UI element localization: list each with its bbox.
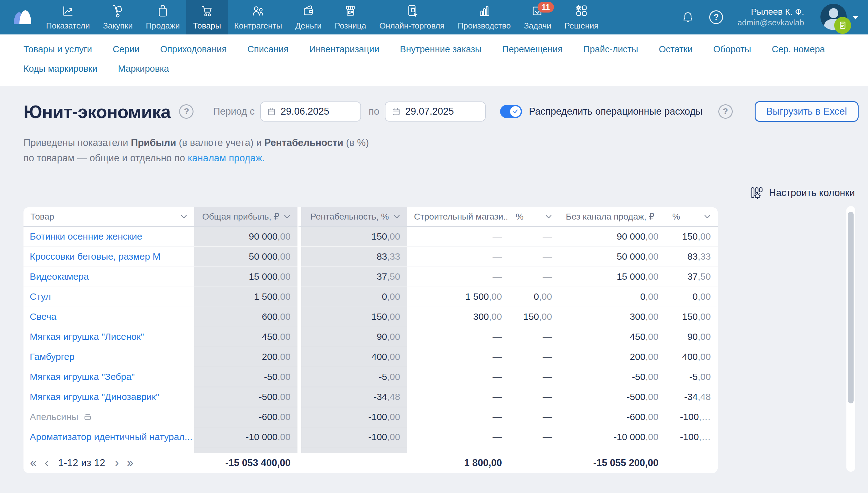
toggle-help-icon[interactable]: ? [718,104,733,119]
nav-production[interactable]: Производство [451,0,518,35]
first-page-button[interactable]: « [27,456,40,470]
column-header[interactable]: Рентабельность, % [297,207,407,227]
subnav-link[interactable]: Остатки [659,44,693,55]
subnav-link[interactable]: Инвентаризации [309,44,379,55]
nav-counterparties[interactable]: Контрагенты [228,0,289,35]
nav-sales[interactable]: Продажи [139,0,186,35]
product-cell: Кроссовки беговые, размер М [23,247,194,267]
table-row: Гамбургер200,00400,00——200,00400,00 [23,347,718,367]
unit-economics-table-wrap: ТоварОбщая прибыль, ₽Рентабельность, %Ст… [23,207,859,473]
cell-value: — [509,407,559,427]
cell-value: — [509,387,559,407]
period-to-input[interactable]: 29.07.2025 [385,102,486,122]
column-header[interactable]: Строительный магази... [407,207,509,227]
vertical-scrollbar-thumb[interactable] [848,212,853,403]
cell-value: — [407,427,509,447]
nav-solutions[interactable]: Решения [558,0,605,35]
subnav-link[interactable]: Товары и услуги [23,44,92,55]
column-header[interactable]: Товар [23,207,194,227]
notifications-bell-icon[interactable] [681,10,695,25]
sort-chevron-icon [704,215,711,219]
product-link[interactable]: Мягкая игрушка "Зебра" [30,371,135,382]
product-link[interactable]: Гамбургер [30,351,74,362]
column-header[interactable]: Без канала продаж, ₽ [559,207,665,227]
nav-goods[interactable]: Товары [186,0,227,35]
cell-value: -10 000,00 [559,427,665,447]
export-excel-button[interactable]: Выгрузить в Excel [755,101,859,122]
title-help-icon[interactable]: ? [179,104,194,119]
column-total: -15 055 200,00 [559,457,665,469]
cell-value: -5,00 [297,367,407,387]
table-row: Свеча600,00150,00300,00150,00300,00150,0… [23,307,718,327]
column-header[interactable]: % [509,207,559,227]
table-body: Ботинки осенние женские90 000,00150,00——… [23,227,718,447]
column-header[interactable]: % [665,207,718,227]
product-link[interactable]: Стул [30,291,51,302]
last-page-button[interactable]: » [124,456,136,470]
factory-icon [477,4,491,18]
configure-columns-icon [750,186,763,200]
cell-value: 0,00 [297,287,407,307]
product-link[interactable]: Кроссовки беговые, размер М [30,251,160,262]
cell-value: 150,00 [665,227,718,247]
cell-value: 0,00 [509,287,559,307]
subnav-link[interactable]: Оприходования [160,44,227,55]
product-cell: Мягкая игрушка "Динозаврик" [23,387,194,407]
column-header[interactable]: Общая прибыль, ₽ [194,207,297,227]
cell-value: 0,00 [559,287,665,307]
user-name: Рылеев К. Ф. [737,6,804,18]
subnav-link[interactable]: Сер. номера [772,44,825,55]
cell-value: — [407,387,509,407]
cell-value: 150,00 [665,307,718,327]
subnav-link[interactable]: Серии [113,44,140,55]
table-header-row: ТоварОбщая прибыль, ₽Рентабельность, %Ст… [23,207,718,227]
product-name-archived: Апельсины [30,411,92,422]
product-link[interactable]: Свеча [30,311,57,322]
cell-value: -600,00 [559,407,665,427]
cell-value: -500,00 [559,387,665,407]
nav-online-trade[interactable]: Онлайн-торговля [373,0,451,35]
cell-value: — [407,347,509,367]
product-cell: Мягкая игрушка "Лисенок" [23,327,194,347]
subnav-link[interactable]: Обороты [713,44,751,55]
subnav-link[interactable]: Списания [247,44,288,55]
avatar[interactable] [820,4,847,31]
product-link[interactable]: Мягкая игрушка "Лисенок" [30,331,144,342]
subnav-link[interactable]: Внутренние заказы [400,44,482,55]
nav-tasks[interactable]: 11 Задачи [517,0,558,35]
cell-value: — [407,267,509,287]
product-cell: Видеокамера [23,267,194,287]
cell-value: -34,48 [665,387,718,407]
cell-value: — [509,267,559,287]
user-menu[interactable]: Рылеев К. Ф. admin@sevkavlab [737,6,804,28]
product-link[interactable]: Ароматизатор идентичный натурал... [30,432,193,442]
prev-page-button[interactable]: ‹ [42,456,51,470]
app-logo[interactable] [8,0,37,35]
handtruck-icon [111,4,125,18]
subnav-link[interactable]: Маркировка [118,64,169,74]
sort-chevron-icon [284,215,291,219]
cell-value: 400,00 [297,347,407,367]
product-link[interactable]: Видеокамера [30,271,89,282]
calendar-icon [392,107,400,116]
nav-purchases[interactable]: Закупки [96,0,139,35]
help-icon[interactable]: ? [709,10,723,24]
nav-retail[interactable]: Розница [328,0,373,35]
people-icon [251,4,265,18]
next-page-button[interactable]: › [112,456,121,470]
product-link[interactable]: Мягкая игрушка "Динозаврик" [30,391,159,402]
subnav-link[interactable]: Коды маркировки [23,64,97,74]
product-cell: Свеча [23,307,194,327]
nav-indicators[interactable]: Показатели [40,0,96,35]
cell-value: 1 500,00 [407,287,509,307]
period-label: Период с [213,106,254,117]
period-from-input[interactable]: 29.06.2025 [260,102,361,122]
distribute-expenses-toggle[interactable] [500,105,522,118]
nav-money[interactable]: Деньги [289,0,328,35]
cell-value: 83,33 [665,247,718,267]
sales-channels-link[interactable]: каналам продаж. [188,152,265,164]
subnav-link[interactable]: Перемещения [502,44,563,55]
configure-columns-button[interactable]: Настроить колонки [750,186,855,200]
subnav-link[interactable]: Прайс-листы [583,44,638,55]
product-link[interactable]: Ботинки осенние женские [30,231,142,242]
